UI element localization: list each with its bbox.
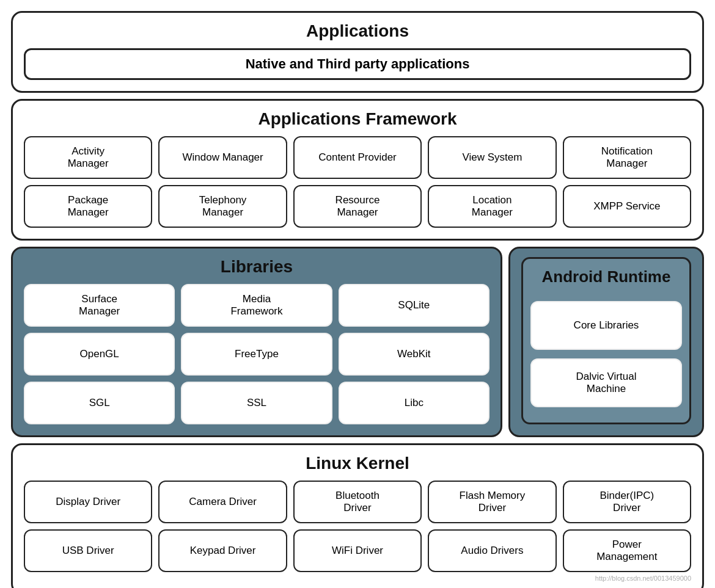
kernel-row1: Display Driver Camera Driver BluetoothDr… — [24, 481, 691, 523]
applications-section: Applications Native and Third party appl… — [11, 11, 704, 93]
resource-manager-label: ResourceManager — [336, 194, 380, 219]
dalvik-vm-box: Dalvic VirtualMachine — [530, 358, 682, 407]
notification-manager-label: NotificationManager — [601, 145, 653, 170]
native-apps-label: Native and Third party applications — [246, 56, 470, 71]
framework-title: Applications Framework — [24, 109, 691, 129]
runtime-title: Android Runtime — [530, 267, 682, 286]
libc-box: Libc — [339, 382, 490, 424]
kernel-section: Linux Kernel Display Driver Camera Drive… — [11, 443, 704, 588]
framework-section: Applications Framework ActivityManager W… — [11, 99, 704, 241]
libraries-section: Libraries SurfaceManager MediaFramework … — [11, 247, 502, 437]
applications-title: Applications — [24, 21, 691, 41]
audio-drivers-box: Audio Drivers — [428, 529, 556, 572]
wifi-driver-box: WiFi Driver — [293, 529, 422, 572]
ssl-box: SSL — [181, 382, 332, 424]
sqlite-box: SQLite — [339, 284, 490, 327]
surface-manager-box: SurfaceManager — [24, 284, 175, 327]
architecture-diagram: Applications Native and Third party appl… — [11, 11, 704, 588]
view-system-box: View System — [428, 136, 556, 179]
runtime-boxes: Core Libraries Dalvic VirtualMachine — [530, 296, 682, 412]
location-manager-box: LocationManager — [428, 185, 556, 228]
sgl-box: SGL — [24, 382, 175, 424]
native-apps-box: Native and Third party applications — [24, 48, 691, 80]
bluetooth-driver-box: BluetoothDriver — [293, 481, 422, 523]
package-manager-box: PackageManager — [24, 185, 152, 228]
usb-driver-box: USB Driver — [24, 529, 152, 572]
power-management-box: PowerManagement — [563, 529, 691, 572]
package-manager-label: PackageManager — [68, 194, 109, 219]
middle-row: Libraries SurfaceManager MediaFramework … — [11, 247, 704, 437]
kernel-row2: USB Driver Keypad Driver WiFi Driver Aud… — [24, 529, 691, 572]
binder-ipc-driver-box: Binder(IPC)Driver — [563, 481, 691, 523]
freetype-box: FreeType — [181, 333, 332, 376]
watermark: http://blog.csdn.net/0013459000 — [24, 575, 691, 582]
xmpp-service-label: XMPP Service — [593, 200, 660, 212]
location-manager-label: LocationManager — [472, 194, 513, 219]
libraries-title: Libraries — [24, 257, 490, 277]
camera-driver-box: Camera Driver — [158, 481, 287, 523]
opengl-box: OpenGL — [24, 333, 175, 376]
content-provider-box: Content Provider — [293, 136, 422, 179]
telephony-manager-box: TelephonyManager — [158, 185, 287, 228]
webkit-box: WebKit — [339, 333, 490, 376]
runtime-section: Android Runtime Core Libraries Dalvic Vi… — [508, 247, 704, 437]
display-driver-box: Display Driver — [24, 481, 152, 523]
window-manager-label: Window Manager — [182, 151, 263, 164]
view-system-label: View System — [462, 151, 522, 164]
core-libraries-box: Core Libraries — [530, 301, 682, 350]
notification-manager-box: NotificationManager — [563, 136, 691, 179]
keypad-driver-box: Keypad Driver — [158, 529, 287, 572]
libraries-row2: OpenGL FreeType WebKit — [24, 333, 490, 376]
libraries-row1: SurfaceManager MediaFramework SQLite — [24, 284, 490, 327]
libraries-row3: SGL SSL Libc — [24, 382, 490, 424]
activity-manager-label: ActivityManager — [68, 145, 109, 170]
activity-manager-box: ActivityManager — [24, 136, 152, 179]
flash-memory-driver-box: Flash MemoryDriver — [428, 481, 556, 523]
kernel-title: Linux Kernel — [24, 454, 691, 473]
resource-manager-box: ResourceManager — [293, 185, 422, 228]
media-framework-box: MediaFramework — [181, 284, 332, 327]
xmpp-service-box: XMPP Service — [563, 185, 691, 228]
framework-row2: PackageManager TelephonyManager Resource… — [24, 185, 691, 228]
telephony-manager-label: TelephonyManager — [199, 194, 247, 219]
runtime-inner: Android Runtime Core Libraries Dalvic Vi… — [521, 257, 691, 424]
window-manager-box: Window Manager — [158, 136, 287, 179]
content-provider-label: Content Provider — [318, 151, 397, 164]
framework-row1: ActivityManager Window Manager Content P… — [24, 136, 691, 179]
